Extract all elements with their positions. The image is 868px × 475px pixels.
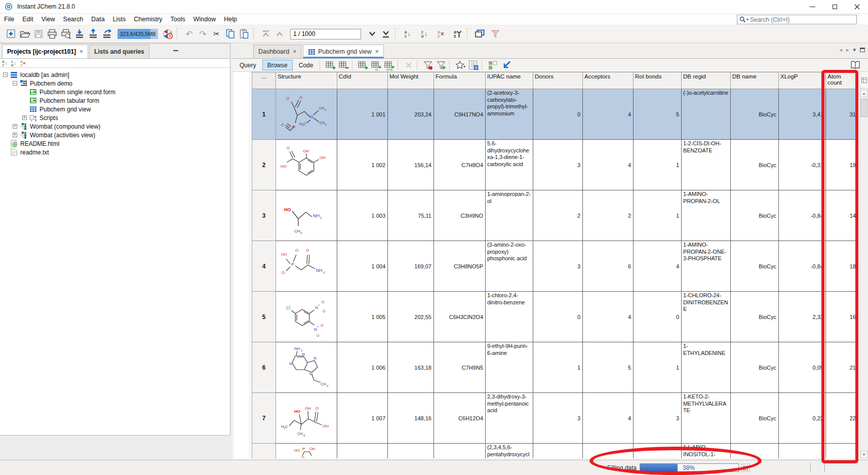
widgets-icon[interactable] <box>486 59 499 71</box>
row-number[interactable]: 5 <box>252 292 276 342</box>
cell-cdid[interactable]: 1 003 <box>337 190 388 241</box>
column-header-db-regid[interactable]: DB regid <box>682 72 731 89</box>
cell-donors[interactable]: 3 <box>533 140 583 190</box>
cell-xlogp[interactable]: -0,31 <box>779 140 826 190</box>
tree-item-pubchem-demo[interactable]: −Pubchem demo <box>0 79 230 88</box>
filter-current-icon[interactable] <box>421 59 435 71</box>
row-number[interactable]: 7 <box>252 393 276 444</box>
cell-donors[interactable]: 0 <box>533 89 583 140</box>
table-row-8[interactable]: HOPOHO(2,3,4,5,6-pentahydroxycyclo1-L-MY… <box>252 444 858 459</box>
table-row-6[interactable]: 6NH2NNNNCH31 006163,18C7H9N59-ethyl-9H-p… <box>252 342 858 393</box>
cell-cdid[interactable]: 1 001 <box>337 89 388 140</box>
cell-formula[interactable] <box>434 444 486 459</box>
cell-acceptors[interactable]: 4 <box>583 140 634 190</box>
insert-row-ct-icon[interactable]: ct <box>370 59 383 71</box>
cell-atom-count[interactable]: 22 <box>826 393 858 444</box>
cell-rot-bonds[interactable]: 1 <box>634 342 682 393</box>
cell-xlogp[interactable] <box>779 444 826 459</box>
print-icon[interactable] <box>45 27 59 41</box>
delete-row-icon[interactable] <box>337 59 350 71</box>
tree-item-pubch-em-tabular-form[interactable]: Pubch­em tabular form <box>0 96 230 105</box>
undo-icon[interactable]: ↶ <box>182 27 196 41</box>
cell-rot-bonds[interactable]: 4 <box>634 241 682 292</box>
close-button[interactable] <box>846 0 868 14</box>
tab-scroll-left-icon[interactable]: ◂ <box>839 47 842 53</box>
column-header-cdid[interactable]: CdId <box>337 72 388 89</box>
cell-donors[interactable]: 1 <box>533 342 583 393</box>
filter-clear-icon[interactable] <box>488 27 502 41</box>
export-data-icon[interactable] <box>86 27 100 41</box>
cell-acceptors[interactable]: 4 <box>583 89 634 140</box>
row-number[interactable]: 1 <box>252 89 276 140</box>
cell-cdid[interactable] <box>337 444 388 459</box>
tab-scroll-right-icon[interactable]: ▸ <box>846 47 849 53</box>
clear-sort-icon[interactable]: az× <box>434 27 448 41</box>
cell-formula[interactable]: C3H9NO <box>434 190 486 241</box>
form-browse-icon[interactable]: B <box>467 59 480 71</box>
scroll-down-icon[interactable]: ▼ <box>860 451 867 458</box>
add-row-icon[interactable] <box>324 59 337 71</box>
redo-icon[interactable]: ↷ <box>196 27 210 41</box>
cell-mol-weight[interactable]: 75,11 <box>388 190 434 241</box>
print-preview-icon[interactable] <box>59 27 72 41</box>
cell-acceptors[interactable]: 5 <box>583 342 634 393</box>
menu-file[interactable]: File <box>0 14 18 24</box>
row-number[interactable]: 3 <box>252 190 276 241</box>
cell-formula[interactable]: C6H12O4 <box>434 393 486 444</box>
cell-db-regid[interactable]: 1-CHLORO-24-DINITROBENZENE <box>682 292 731 342</box>
left-tab-lists-and-queries[interactable]: Lists and queries <box>89 45 149 58</box>
mode-button-browse[interactable]: Browse <box>262 60 293 70</box>
cell-xlogp[interactable]: 3,41 <box>779 89 826 140</box>
cell-db-name[interactable]: BioCyc <box>731 140 779 190</box>
cell-formula[interactable]: C6H3ClN2O4 <box>434 292 486 342</box>
cell-structure[interactable]: HONH2CH3 <box>276 190 337 241</box>
cell-iupac[interactable]: (2-acetoxy-3-carboxylato-propyl)-trimeth… <box>486 89 533 140</box>
cell-atom-count[interactable]: 19 <box>826 140 858 190</box>
scrollbar-thumb[interactable] <box>860 99 867 117</box>
close-tab-icon[interactable]: × <box>80 48 83 55</box>
menu-search[interactable]: Search <box>59 14 88 24</box>
cell-structure[interactable]: NH2NNNNCH3 <box>276 342 337 393</box>
mode-button-code[interactable]: Code <box>294 60 319 70</box>
cell-mol-weight[interactable]: 156,14 <box>388 140 434 190</box>
global-search-box[interactable]: ▾ <box>737 15 857 24</box>
cell-xlogp[interactable]: 0,22 <box>779 393 826 444</box>
copy-icon[interactable] <box>223 27 237 41</box>
cell-formula[interactable]: C7H8O4 <box>434 140 486 190</box>
cell-rot-bonds[interactable]: 3 <box>634 393 682 444</box>
cell-atom-count[interactable]: 18 <box>826 241 858 292</box>
tree-item-readme-html[interactable]: README.html <box>0 139 230 148</box>
tree-item-pubchem-single-record-form[interactable]: Pubchem single record form <box>0 88 230 96</box>
cell-iupac[interactable]: 1-chloro-2,4-dinitro-benzene <box>486 292 533 342</box>
menu-data[interactable]: Data <box>87 14 108 24</box>
cell-xlogp[interactable]: 2,33 <box>779 292 826 342</box>
cell-db-name[interactable]: BioCyc <box>731 393 779 444</box>
cell-rot-bonds[interactable]: 1 <box>634 140 682 190</box>
cell-db-name[interactable]: BioCyc <box>731 241 779 292</box>
cell-iupac[interactable]: 1-aminopropan-2-ol <box>486 190 533 241</box>
menu-tools[interactable]: Tools <box>167 14 189 24</box>
column-header-rot-bonds[interactable]: Rot bonds <box>634 72 682 89</box>
cell-cdid[interactable]: 1 002 <box>337 140 388 190</box>
cell-iupac[interactable]: 9-ethyl-9H-purin-6-amine <box>486 342 533 393</box>
cell-atom-count[interactable]: 31 <box>826 89 858 140</box>
scroll-up-icon[interactable]: ▲ <box>860 90 867 97</box>
cell-mol-weight[interactable]: 163,18 <box>388 342 434 393</box>
cell-db-regid[interactable]: 1-ETHYLADENINE <box>682 342 731 393</box>
cell-acceptors[interactable] <box>583 444 634 459</box>
cell-cdid[interactable]: 1 007 <box>337 393 388 444</box>
cell-db-name[interactable]: BioCyc <box>731 342 779 393</box>
cell-structure[interactable]: PHOOOONH2 <box>276 241 337 292</box>
cell-db-name[interactable]: BioCyc <box>731 190 779 241</box>
window-cascade-icon[interactable] <box>472 27 486 41</box>
column-header-xlogp[interactable]: XLogP <box>779 72 826 89</box>
cell-mol-weight[interactable] <box>388 444 434 459</box>
sort-ascending-icon[interactable]: az↓ <box>2 60 7 66</box>
expander-minus-icon[interactable]: − <box>3 72 8 77</box>
minimize-panel-button[interactable] <box>172 48 179 54</box>
search-input[interactable] <box>750 16 854 23</box>
cell-acceptors[interactable]: 2 <box>583 190 634 241</box>
column-header-atom-count[interactable]: Atom count <box>826 72 858 89</box>
menu-chemistry[interactable]: Chemistry <box>130 14 166 24</box>
table-row-7[interactable]: 7H3CHOOHOOHCH31 007148,16C6H12O42,3-dihy… <box>252 393 858 444</box>
